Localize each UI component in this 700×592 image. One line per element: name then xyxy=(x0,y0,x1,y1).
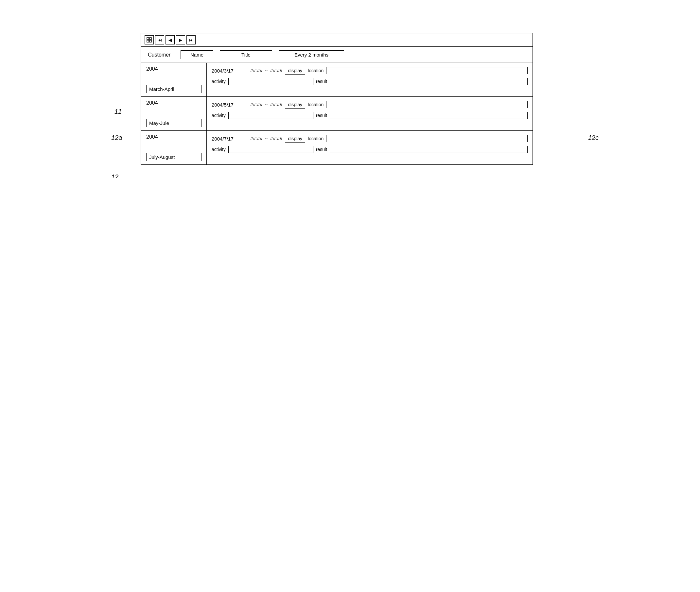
result-field-3[interactable] xyxy=(330,146,528,153)
period-year-1: 2004 xyxy=(146,66,201,72)
entry-time-3: ##:## ～ ##:## xyxy=(250,136,282,142)
result-field-2[interactable] xyxy=(330,112,528,119)
customer-label: Customer xyxy=(148,52,174,58)
play-button[interactable]: ▶ xyxy=(176,35,185,44)
activity-field-2[interactable] xyxy=(228,112,313,119)
entry-row-1-top: 2004/3/17 ##:## ～ ##:## display location xyxy=(212,67,528,75)
main-ui: ⏮ ◀ ▶ ⏭ Customer Name Title Every 2 mont… xyxy=(141,33,533,165)
activity-row-3: activity result xyxy=(212,146,528,153)
svg-rect-1 xyxy=(149,38,151,40)
annotation-12a: 12a xyxy=(111,134,122,142)
title-button[interactable]: Title xyxy=(220,50,272,59)
svg-rect-2 xyxy=(147,40,149,42)
entry-time-2: ##:## ～ ##:## xyxy=(250,102,282,108)
activity-row-1: activity result xyxy=(212,78,528,85)
svg-rect-3 xyxy=(149,40,151,42)
period-right-2: 2004/5/17 ##:## ～ ##:## display location… xyxy=(207,97,532,131)
display-button-1[interactable]: display xyxy=(285,67,305,75)
customer-row: Customer Name Title Every 2 months xyxy=(141,47,532,63)
entry-date-3: 2004/7/17 xyxy=(212,136,248,142)
result-field-1[interactable] xyxy=(330,78,528,85)
display-button-3[interactable]: display xyxy=(285,135,305,143)
display-button-2[interactable]: display xyxy=(285,101,305,108)
activity-field-1[interactable] xyxy=(228,78,313,85)
last-button[interactable]: ⏭ xyxy=(186,35,196,44)
first-button[interactable]: ⏮ xyxy=(155,35,164,44)
period-row-3: 2004 July-August 2004/7/17 ##:## ～ ##:##… xyxy=(141,131,532,164)
every-button[interactable]: Every 2 months xyxy=(279,50,344,59)
period-name-3: July-August xyxy=(146,153,201,161)
period-name-1: March-April xyxy=(146,85,201,93)
activity-label-1: activity xyxy=(212,79,226,84)
entry-time-1: ##:## ～ ##:## xyxy=(250,68,282,74)
location-field-1[interactable] xyxy=(326,67,528,74)
annotation-12: 12 xyxy=(111,173,119,178)
toolbar: ⏮ ◀ ▶ ⏭ xyxy=(141,33,532,47)
location-field-3[interactable] xyxy=(326,135,528,142)
period-right-1: 2004/3/17 ##:## ～ ##:## display location… xyxy=(207,63,532,96)
entry-date-2: 2004/5/17 xyxy=(212,102,248,107)
activity-row-2: activity result xyxy=(212,112,528,119)
prev-button[interactable]: ◀ xyxy=(166,35,175,44)
activity-field-3[interactable] xyxy=(228,146,313,153)
result-label-1: result xyxy=(316,79,327,84)
activity-label-2: activity xyxy=(212,113,226,118)
period-left-3: 2004 July-August xyxy=(141,131,207,164)
location-label-1: location xyxy=(308,68,324,73)
result-label-3: result xyxy=(316,147,327,152)
location-label-2: location xyxy=(308,102,324,107)
location-label-3: location xyxy=(308,136,324,141)
entry-date-1: 2004/3/17 xyxy=(212,68,248,73)
period-left-1: 2004 March-April xyxy=(141,63,207,96)
grid-icon[interactable] xyxy=(145,35,154,44)
location-field-2[interactable] xyxy=(326,101,528,108)
period-name-2: May-Jule xyxy=(146,119,201,127)
period-year-2: 2004 xyxy=(146,100,201,106)
entry-row-2-top: 2004/5/17 ##:## ～ ##:## display location xyxy=(212,101,528,108)
period-row-1: 2004 March-April 2004/3/17 ##:## ～ ##:##… xyxy=(141,63,532,97)
activity-label-3: activity xyxy=(212,147,226,152)
period-right-3: 2004/7/17 ##:## ～ ##:## display location… xyxy=(207,131,532,164)
result-label-2: result xyxy=(316,113,327,118)
svg-rect-0 xyxy=(147,38,149,40)
entry-row-3-top: 2004/7/17 ##:## ～ ##:## display location xyxy=(212,135,528,143)
period-year-3: 2004 xyxy=(146,134,201,140)
annotation-11: 11 xyxy=(114,108,122,115)
period-left-2: 2004 May-Jule xyxy=(141,97,207,131)
diagram-wrapper: 11a 11b 11c 11 12a 12 12b 13a 12c 13 13b… xyxy=(121,33,579,165)
period-row-2: 2004 May-Jule 2004/5/17 ##:## ～ ##:## di… xyxy=(141,97,532,131)
name-button[interactable]: Name xyxy=(181,50,213,59)
annotation-12c: 12c xyxy=(588,134,599,142)
